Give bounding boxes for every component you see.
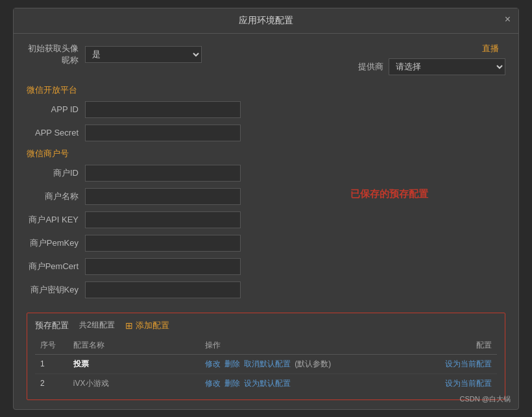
action-link-2[interactable]: 设为默认配置 [244,379,291,388]
add-config-label: 添加配置 [136,320,169,331]
merchant-pem-cert-input[interactable] [85,258,241,275]
preset-table: 序号 配置名称 操作 配置 1投票修改删除取消默认配置(默认参数)设为当前配置2… [35,337,497,393]
app-id-input[interactable] [85,101,241,118]
add-icon: ⊞ [125,320,133,331]
merchant-pem-key-label: 商户PemKey [27,237,85,249]
merchant-name-row: 商户名称 [27,188,260,205]
merchant-api-key-input[interactable] [85,211,241,228]
wechat-open-platform-title: 微信开放平台 [27,84,260,96]
app-secret-row: APP Secret [27,125,260,141]
merchant-pem-cert-row: 商户PemCert [27,258,260,275]
initial-avatar-select[interactable]: 是 否 [85,46,202,63]
merchant-api-key-row: 商户API KEY [27,211,260,228]
saved-preset-label: 已保存的预存配置 [350,188,428,199]
row-name: iVX小游戏 [68,374,200,393]
set-current-link[interactable]: 设为当前配置 [445,379,492,388]
table-row: 2iVX小游戏修改删除设为默认配置设为当前配置 [35,374,497,393]
modal-overlay: 应用环境配置 × 初始获取头像昵称 是 否 直播 [0,0,532,417]
left-column: 微信开放平台 APP ID APP Secret 微信商户号 商户ID [27,82,260,305]
initial-avatar-row: 初始获取头像昵称 是 否 [27,43,204,66]
action-link-1[interactable]: 删除 [224,359,240,368]
row-actions: 修改删除设为默认配置 [200,374,415,393]
merchant-pem-key-row: 商户PemKey [27,235,260,252]
app-secret-input[interactable] [85,125,241,141]
preset-section: 预存配置 共2组配置 ⊞ 添加配置 序号 配置名称 操作 配置 [27,313,505,400]
merchant-id-label: 商户ID [27,167,85,179]
merchant-secret-key-input[interactable] [85,281,241,298]
merchant-name-label: 商户名称 [27,191,85,202]
provider-label: 提供商 [358,61,383,73]
merchant-pem-key-input[interactable] [85,235,241,252]
merchant-api-key-label: 商户API KEY [27,214,85,226]
col-header-name: 配置名称 [68,337,200,355]
row-name: 投票 [68,354,200,374]
col-header-seq: 序号 [35,337,68,355]
set-current-link[interactable]: 设为当前配置 [445,359,492,368]
action-link-1[interactable]: 删除 [224,379,240,388]
live-label: 直播 [482,43,505,54]
merchant-id-row: 商户ID [27,165,260,182]
merchant-name-input[interactable] [85,188,241,205]
row-seq: 2 [35,374,68,393]
preset-section-title: 预存配置 [35,320,69,331]
modal-body: 初始获取头像昵称 是 否 直播 提供商 请选择 [14,34,518,409]
row-actions: 修改删除取消默认配置(默认参数) [200,354,415,374]
default-badge: (默认参数) [295,359,331,368]
preset-header: 预存配置 共2组配置 ⊞ 添加配置 [35,320,497,331]
merchant-secret-key-row: 商户密钥Key [27,281,260,298]
wechat-merchant-title: 微信商户号 [27,148,260,160]
table-row: 1投票修改删除取消默认配置(默认参数)设为当前配置 [35,354,497,374]
row-seq: 1 [35,354,68,374]
modal-title: 应用环境配置 [239,15,293,25]
app-id-row: APP ID [27,101,260,118]
merchant-pem-cert-label: 商户PemCert [27,261,85,272]
live-provider-section: 直播 提供商 请选择 [358,43,505,75]
action-link-0[interactable]: 修改 [205,359,221,368]
watermark: CSDN @白大锅 [460,394,511,404]
col-header-config: 配置 [415,337,497,355]
row-config: 设为当前配置 [415,374,497,393]
provider-select[interactable]: 请选择 [389,58,505,75]
table-header-row: 序号 配置名称 操作 配置 [35,337,497,355]
add-config-button[interactable]: ⊞ 添加配置 [125,320,169,331]
right-column: 已保存的预存配置 [272,82,505,305]
provider-row: 提供商 请选择 [358,58,505,75]
main-form-area: 微信开放平台 APP ID APP Secret 微信商户号 商户ID [27,82,505,305]
initial-avatar-label: 初始获取头像昵称 [27,43,85,66]
col-header-op: 操作 [200,337,415,355]
row-config: 设为当前配置 [415,354,497,374]
merchant-secret-key-label: 商户密钥Key [27,284,85,296]
action-link-2[interactable]: 取消默认配置 [244,359,291,368]
app-id-label: APP ID [27,104,85,114]
action-link-0[interactable]: 修改 [205,379,221,388]
close-button[interactable]: × [505,14,511,25]
modal-header: 应用环境配置 × [14,8,518,34]
merchant-id-input[interactable] [85,165,241,182]
app-secret-label: APP Secret [27,128,85,137]
preset-count: 共2组配置 [79,320,115,331]
modal-container: 应用环境配置 × 初始获取头像昵称 是 否 直播 [13,8,519,410]
